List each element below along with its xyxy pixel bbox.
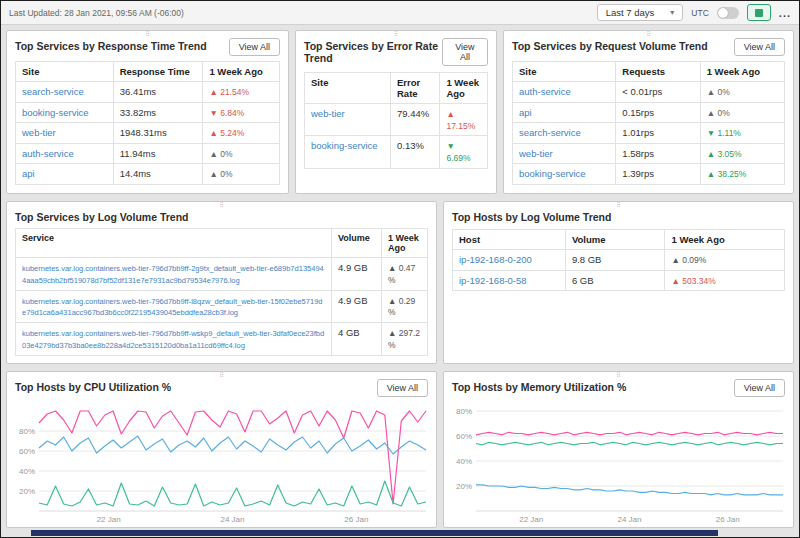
svg-text:20%: 20% [19,487,35,496]
row-utilization-charts: ⠿ Top Hosts by CPU Utilization % View Al… [6,371,794,528]
dashboard-screen: Last Updated: 28 Jan 2021, 09:56 AM (-06… [0,0,800,538]
view-all-button[interactable]: View All [734,379,785,397]
cell-link[interactable]: ip-192-168-0-58 [459,275,527,286]
drag-handle-icon[interactable]: ⠿ [616,372,620,378]
live-indicator-icon [755,9,763,17]
svg-text:20%: 20% [456,482,472,491]
panel-title: Top Hosts by Log Volume Trend [452,209,611,223]
cell-link[interactable]: ip-192-168-0-200 [459,254,532,265]
cell-link[interactable]: search-service [22,86,84,97]
svg-text:22 Jan: 22 Jan [97,515,121,524]
cell-value: 0.15rps [616,102,700,123]
cell-link[interactable]: kubernetes.var.log.containers.web-tier-7… [22,264,324,285]
trend-value: ▲ 0.09% [671,255,706,265]
cell-link[interactable]: kubernetes.var.log.containers.web-tier-7… [22,329,324,350]
panel-title: Top Services by Request Volume Trend [512,38,708,52]
cell-value: 4.9 GB [332,258,382,291]
trend-value: ▲ 297.2 % [388,328,420,350]
cell-value: 4.9 GB [332,290,382,323]
panel-cpu-utilization: ⠿ Top Hosts by CPU Utilization % View Al… [6,371,437,528]
trend-value: ▲ 0% [209,149,232,159]
cpu-utilization-chart[interactable]: 20%40%60%80%22 Jan24 Jan26 Jan [9,401,432,525]
response-time-table: Site Response Time 1 Week Ago search-ser… [15,61,280,185]
table-row: web-tier1.58rps▲ 3.05% [513,143,785,164]
column-header: Error Rate [391,73,440,104]
column-header: 1 Week Ago [700,61,784,81]
cell-value: 6 GB [565,270,665,291]
column-header: Site [16,61,114,81]
cell-link[interactable]: web-tier [22,127,56,138]
panel-request-volume-trend: ⠿ Top Services by Request Volume Trend V… [503,30,794,194]
cell-value: 1.39rps [616,164,700,185]
request-volume-table: Site Requests 1 Week Ago auth-service< 0… [512,61,785,185]
column-header: Volume [332,229,382,258]
trend-value: ▲ 5.24% [209,128,244,138]
cell-link[interactable]: api [22,168,35,179]
cell-value: 11.94ms [113,143,203,164]
live-mode-button[interactable] [747,4,771,21]
table-row: auth-service< 0.01rps▲ 0% [513,81,785,102]
cell-link[interactable]: booking-service [519,168,586,179]
drag-handle-icon[interactable]: ⠿ [646,31,650,37]
trend-value: ▲ 0.29 % [388,296,415,318]
cell-value: < 0.01rps [616,81,700,102]
last-updated-text: Last Updated: 28 Jan 2021, 09:56 AM (-06… [9,8,184,18]
cell-link[interactable]: auth-service [519,86,571,97]
more-options-button[interactable]: ... [779,7,791,19]
footer-bar [31,530,718,536]
time-range-select[interactable]: Last 7 days ▾ [597,4,684,21]
cell-link[interactable]: booking-service [311,140,378,151]
panel-error-rate-trend: ⠿ Top Services by Error Rate Trend View … [295,30,497,194]
cell-value: 33.82ms [113,102,203,123]
svg-text:40%: 40% [19,467,35,476]
dashboard-content: ⠿ Top Services by Response Time Trend Vi… [1,25,799,533]
table-row: search-service36.41ms▲ 21.54% [16,81,280,102]
column-header: Host [453,230,566,250]
cell-link[interactable]: web-tier [311,108,345,119]
table-row: web-tier79.44%▲ 17.15% [305,104,488,136]
view-all-button[interactable]: View All [442,38,488,66]
cell-link[interactable]: api [519,107,532,118]
time-range-value: Last 7 days [606,7,655,18]
drag-handle-icon[interactable]: ⠿ [219,372,223,378]
view-all-button[interactable]: View All [734,38,785,56]
utc-label: UTC [691,8,708,18]
drag-handle-icon[interactable]: ⠿ [219,202,223,208]
trend-value: ▲ 0% [707,87,730,97]
cell-value: 1.01rps [616,123,700,144]
table-row: web-tier1948.31ms▲ 5.24% [16,123,280,144]
panel-title: Top Hosts by Memory Utilization % [452,379,626,393]
cell-value: 1.58rps [616,143,700,164]
trend-value: ▲ 38.25% [707,169,747,179]
drag-handle-icon[interactable]: ⠿ [394,31,398,37]
column-header: Site [305,73,391,104]
table-row: kubernetes.var.log.containers.web-tier-7… [16,323,428,356]
view-all-button[interactable]: View All [229,38,280,56]
drag-handle-icon[interactable]: ⠿ [616,202,620,208]
svg-text:26 Jan: 26 Jan [344,515,368,524]
trend-value: ▲ 0% [209,169,232,179]
cell-value: 4 GB [332,323,382,356]
panel-title: Top Services by Error Rate Trend [304,38,442,64]
column-header: 1 Week Ago [382,229,428,258]
memory-utilization-chart[interactable]: 20%40%60%80%22 Jan24 Jan26 Jan [446,401,789,525]
table-row: booking-service1.39rps▲ 38.25% [513,164,785,185]
column-header: 1 Week Ago [203,61,280,81]
cell-link[interactable]: booking-service [22,107,89,118]
cell-value: 9.8 GB [565,250,665,271]
error-rate-table: Site Error Rate 1 Week Ago web-tier79.44… [304,72,488,169]
panel-service-log-volume-trend: ⠿ Top Services by Log Volume Trend Servi… [6,201,437,364]
trend-value: ▼ 6.69% [446,141,470,163]
view-all-button[interactable]: View All [377,379,428,397]
cell-link[interactable]: web-tier [519,148,553,159]
trend-value: ▲ 3.05% [707,149,742,159]
cell-link[interactable]: auth-service [22,148,74,159]
drag-handle-icon[interactable]: ⠿ [145,31,149,37]
column-header: 1 Week Ago [440,73,488,104]
cell-link[interactable]: kubernetes.var.log.containers.web-tier-7… [22,297,322,318]
table-row: kubernetes.var.log.containers.web-tier-7… [16,258,428,291]
column-header: 1 Week Ago [665,230,785,250]
row-top-services: ⠿ Top Services by Response Time Trend Vi… [6,30,794,194]
utc-toggle[interactable] [717,7,739,19]
cell-link[interactable]: search-service [519,127,581,138]
